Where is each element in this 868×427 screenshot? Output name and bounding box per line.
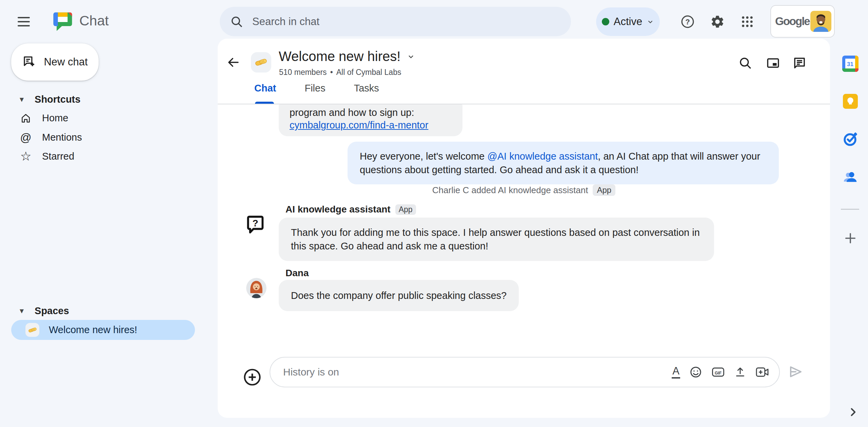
new-chat-button[interactable]: New chat <box>11 43 99 81</box>
member-count: 510 members <box>279 68 327 77</box>
sidebar-item-starred[interactable]: ☆ Starred <box>0 147 197 166</box>
caret-down-icon[interactable]: ▾ <box>20 306 24 316</box>
search-input[interactable] <box>252 15 561 28</box>
conversation-panel: Welcome new hires! 510 members • All of … <box>218 39 830 418</box>
message-input[interactable] <box>282 366 665 378</box>
keep-app-icon[interactable] <box>842 93 859 110</box>
app-name: Chat <box>79 13 109 29</box>
caret-down-icon[interactable]: ▾ <box>20 95 24 104</box>
message-text: program and how to sign up: <box>290 106 452 119</box>
google-chat-logo-icon <box>53 12 73 33</box>
sidebar-item-label: Starred <box>42 151 74 162</box>
send-message-icon[interactable] <box>787 363 805 381</box>
new-chat-icon <box>22 55 36 69</box>
sender-name: Dana <box>285 268 309 279</box>
active-status-dot <box>602 18 609 25</box>
main-menu-icon[interactable] <box>18 15 31 28</box>
org-scope: All of Cymbal Labs <box>336 68 401 77</box>
picture-in-picture-icon[interactable] <box>765 55 781 71</box>
search-in-conversation-icon[interactable] <box>737 55 753 71</box>
google-account-badge[interactable]: Google <box>770 5 835 38</box>
sidebar-item-label: Home <box>42 113 68 124</box>
collapse-panel-chevron-icon[interactable] <box>847 406 859 418</box>
help-button[interactable]: ? <box>679 14 696 30</box>
spaces-label: Spaces <box>35 305 69 317</box>
message-text: Thank you for adding me to this space. I… <box>291 227 700 251</box>
search-icon <box>230 15 243 28</box>
emoji-icon[interactable] <box>689 366 702 379</box>
shortcuts-label: Shortcuts <box>35 94 80 105</box>
upload-icon[interactable] <box>734 366 746 378</box>
contacts-app-icon[interactable] <box>842 168 859 185</box>
status-label: Active <box>614 16 642 28</box>
handshake-emoji-icon <box>25 323 39 337</box>
tab-files[interactable]: Files <box>304 83 325 94</box>
chevron-down-icon <box>647 18 654 25</box>
message-composer[interactable]: A GIF <box>270 357 780 387</box>
bullet-separator: • <box>330 68 333 77</box>
message-text: Hey everyone, let's welcome <box>360 151 487 162</box>
app-badge: App <box>395 204 416 215</box>
shortcuts-section-header[interactable]: ▾ Shortcuts <box>0 91 80 108</box>
google-logo: Google <box>775 15 810 28</box>
svg-text:?: ? <box>252 218 258 228</box>
video-meet-icon[interactable] <box>755 366 769 378</box>
google-apps-grid-icon[interactable] <box>739 14 755 30</box>
search-bar[interactable] <box>220 7 571 36</box>
sidebar-item-mentions[interactable]: @ Mentions <box>0 128 197 147</box>
composer-toolbar: A GIF <box>672 366 769 379</box>
at-icon: @ <box>19 131 33 144</box>
threads-chat-icon[interactable] <box>791 55 808 71</box>
message-bubble-assistant: Thank you for adding me to this space. I… <box>279 218 714 261</box>
google-chat-window: Chat Active ? Google <box>0 0 868 427</box>
sidebar-space-welcome-new-hires[interactable]: Welcome new hires! <box>11 320 195 340</box>
status-selector[interactable]: Active <box>596 7 660 36</box>
back-arrow-icon[interactable] <box>225 54 241 70</box>
conversation-tabs: Chat Files Tasks <box>218 83 379 104</box>
sidebar-item-home[interactable]: Home <box>0 108 197 128</box>
conversation-title-menu[interactable]: Welcome new hires! <box>279 49 415 64</box>
system-message-text: Charlie C added AI knowledge assistant <box>432 185 588 196</box>
space-avatar-handshake-icon[interactable] <box>251 52 271 73</box>
message-bubble-dana: Does the company offer public speaking c… <box>279 280 519 311</box>
page-title: Welcome new hires! <box>279 49 400 64</box>
message-bubble-partial: program and how to sign up: cymbalgroup.… <box>279 104 462 136</box>
ai-assistant-avatar[interactable]: ? <box>246 215 264 237</box>
tab-tasks[interactable]: Tasks <box>354 83 379 94</box>
spaces-section-header[interactable]: ▾ Spaces <box>0 302 69 319</box>
add-apps-plus-icon[interactable] <box>842 230 859 247</box>
dana-avatar[interactable] <box>246 278 267 298</box>
user-avatar[interactable] <box>810 11 831 32</box>
message-bubble-announcement: Hey everyone, let's welcome @AI knowledg… <box>348 142 779 184</box>
settings-gear-icon[interactable] <box>709 14 726 30</box>
add-attachment-plus-icon[interactable] <box>242 367 262 387</box>
rail-divider <box>841 209 859 210</box>
tab-chat[interactable]: Chat <box>254 83 276 94</box>
star-icon: ☆ <box>19 149 33 164</box>
conversation-subtitle: 510 members • All of Cymbal Labs <box>279 68 401 77</box>
app-badge: App <box>593 184 615 196</box>
home-icon <box>19 113 33 124</box>
message-link[interactable]: cymbalgroup.com/find-a-mentor <box>290 119 452 131</box>
tasks-app-icon[interactable] <box>842 130 859 147</box>
svg-text:31: 31 <box>847 61 853 67</box>
new-chat-label: New chat <box>44 56 87 68</box>
text-format-icon[interactable]: A <box>672 366 680 379</box>
message-sender-row: AI knowledge assistant App <box>285 204 416 215</box>
sender-name: AI knowledge assistant <box>285 204 391 215</box>
chevron-down-icon <box>407 52 415 61</box>
calendar-app-icon[interactable]: 31 <box>842 55 859 72</box>
gif-icon[interactable]: GIF <box>711 366 725 378</box>
sidebar-item-label: Mentions <box>42 132 82 143</box>
space-label: Welcome new hires! <box>49 324 137 336</box>
mention-link[interactable]: @AI knowledge assistant <box>487 151 598 162</box>
svg-text:GIF: GIF <box>715 371 722 375</box>
system-message: Charlie C added AI knowledge assistant A… <box>218 184 830 196</box>
svg-text:?: ? <box>685 18 690 26</box>
message-text: Does the company offer public speaking c… <box>291 290 507 301</box>
